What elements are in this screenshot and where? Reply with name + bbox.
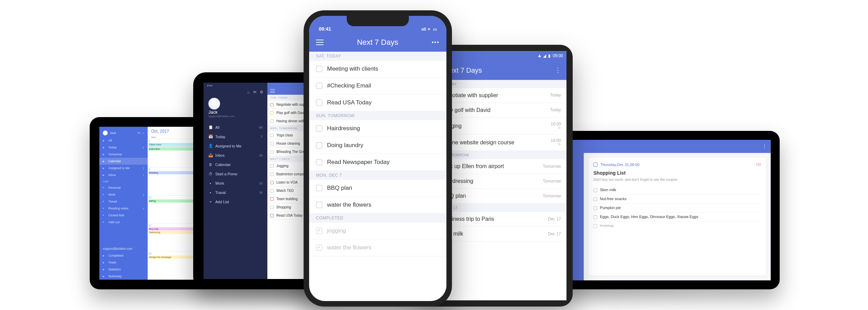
checkbox-icon[interactable]	[270, 197, 274, 201]
more-icon[interactable]: ⋮	[555, 66, 561, 74]
search-icon[interactable]: ⌕	[247, 90, 250, 94]
checkbox-icon[interactable]	[316, 83, 322, 89]
checkbox-icon[interactable]	[270, 134, 274, 137]
sidebar-item-work[interactable]: •Work1	[99, 191, 148, 198]
checkbox-icon[interactable]	[270, 173, 274, 176]
checkbox-icon[interactable]	[270, 150, 274, 154]
task-title: House cleaning	[276, 142, 300, 145]
hamburger-icon[interactable]	[316, 40, 324, 45]
checkbox-icon[interactable]	[316, 159, 322, 165]
iphone-header: Next 7 Days •••	[309, 33, 446, 52]
sidebar-item-completed[interactable]: ▸Completed	[99, 252, 148, 259]
sidebar-item-calendar[interactable]: 🗓Calendar	[204, 160, 267, 169]
task-row[interactable]: jogging	[309, 223, 446, 239]
task-row[interactable]: Read Newspaper Today	[309, 154, 446, 171]
calendar-icon[interactable]	[593, 163, 598, 167]
sidebar-item-label: Personal	[108, 186, 121, 189]
sidebar-item-summary[interactable]: ▸Summary	[99, 273, 148, 280]
sidebar-item-reading-notes[interactable]: •Reading notes1	[99, 205, 148, 212]
sidebar-item-add-list[interactable]: •Add List	[99, 219, 148, 226]
sidebar-item-label: Reading notes	[108, 207, 128, 210]
sidebar-user[interactable]: Jack ✉ ⌕	[99, 129, 148, 137]
checkbox-icon[interactable]	[270, 206, 274, 209]
sidebar-item-inbox[interactable]: ▸Inbox7	[99, 172, 148, 178]
checkbox-icon[interactable]	[270, 111, 274, 115]
sidebar-item-traval[interactable]: •Traval16	[204, 188, 267, 197]
task-row[interactable]: BBQ plan	[309, 180, 446, 197]
checkbox-icon[interactable]	[270, 214, 274, 217]
search-icon[interactable]: ⌕	[142, 131, 144, 135]
inbox-icon[interactable]: ✉	[138, 131, 140, 135]
checkbox-icon[interactable]	[316, 202, 322, 208]
checkbox-icon[interactable]	[270, 103, 274, 106]
item-count: 1	[143, 207, 144, 210]
checkbox-icon[interactable]	[593, 206, 597, 210]
sidebar-item-start-a-pomo[interactable]: ⏱Start a Pomo	[204, 169, 267, 178]
checkbox-icon[interactable]	[270, 120, 274, 123]
subtask-row[interactable]: Ketchup	[593, 221, 761, 230]
sidebar-item-traval[interactable]: •Traval	[99, 198, 148, 205]
list-icon: ▸	[103, 268, 106, 271]
sidebar-item-assigned-to-me[interactable]: ▸Assigned to Me2	[99, 165, 148, 172]
task-meta: Tomorrow	[543, 194, 561, 198]
sidebar-item-inbox[interactable]: 📥Inbox16	[204, 151, 267, 160]
checkbox-icon[interactable]	[316, 185, 322, 191]
task-description[interactable]: Don't buy too much, and don't forget to …	[593, 178, 761, 182]
checkbox-icon[interactable]	[593, 215, 597, 219]
checkbox-icon[interactable]	[270, 164, 274, 168]
hamburger-icon[interactable]	[270, 89, 275, 93]
subtask-row[interactable]: Pumpkin pie	[593, 203, 761, 212]
sidebar-item-assigned-to-me[interactable]: 👤Assigned to Me	[204, 141, 267, 151]
sidebar-item-all[interactable]: ▸All	[99, 137, 148, 144]
checkbox-icon[interactable]	[316, 100, 322, 106]
sidebar-item-today[interactable]: 📅Today7	[204, 132, 267, 141]
repeat-icon: ↻	[558, 143, 561, 146]
checkbox-icon[interactable]	[270, 189, 274, 193]
more-icon[interactable]: •••	[432, 39, 440, 45]
task-date[interactable]: Thursday,Dec 31,08:00	[600, 163, 640, 167]
subtask-row[interactable]: Skim milk	[593, 186, 761, 194]
sidebar-item-personal[interactable]: •Personal	[99, 184, 148, 191]
task-row[interactable]: water the flowers	[309, 239, 446, 256]
checkbox-icon[interactable]	[593, 188, 597, 192]
checkbox-icon[interactable]	[316, 228, 322, 234]
checkbox-icon[interactable]	[316, 245, 322, 251]
gear-icon[interactable]: ⚙	[260, 90, 263, 94]
sidebar-item-tomorrow[interactable]: ▸Tomorrow	[99, 151, 148, 158]
subtask-row[interactable]: Eggs, Duck Eggs, Hen Eggs, Dinosaur Eggs…	[593, 212, 761, 221]
inbox-icon[interactable]: ✉	[253, 90, 256, 94]
task-row[interactable]: Read USA Today	[309, 94, 446, 111]
more-icon[interactable]: ⋮	[762, 144, 767, 149]
task-title: water the flowers	[327, 244, 372, 251]
item-count: 16	[259, 154, 263, 157]
task-row[interactable]: water the flowers	[309, 197, 446, 214]
task-priority[interactable]: !!!	[756, 163, 761, 167]
checkbox-icon[interactable]	[270, 181, 274, 184]
ipad-user[interactable]: Jack support@ticktick.com	[204, 94, 267, 123]
task-row[interactable]: Hairdressing	[309, 120, 446, 137]
sidebar-item-add-list[interactable]: ＋Add List	[204, 197, 267, 206]
task-title: jogging	[327, 227, 346, 234]
checkbox-icon[interactable]	[316, 125, 322, 132]
task-meta: Dec 17	[548, 217, 561, 221]
sidebar-item-all[interactable]: 📋All66	[204, 123, 267, 132]
checkbox-icon[interactable]	[270, 142, 274, 145]
task-title[interactable]: Shopping List	[593, 170, 761, 176]
sidebar-item-statistics[interactable]: ▸Statistics	[99, 266, 148, 273]
sidebar-item-trash[interactable]: ▸Trash	[99, 259, 148, 266]
subtask-row[interactable]: Nut-free snacks	[593, 194, 761, 203]
task-meta: Dec 17	[548, 232, 561, 236]
sidebar-item-closed-lists[interactable]: •Closed lists	[99, 212, 148, 219]
checkbox-icon[interactable]	[316, 66, 322, 72]
checkbox-icon[interactable]	[593, 224, 597, 228]
sidebar-item-work[interactable]: •Work12	[204, 178, 267, 188]
task-row[interactable]: #Checking Email	[309, 78, 446, 94]
task-row[interactable]: Doing laundry	[309, 137, 446, 154]
checkbox-icon[interactable]	[593, 197, 597, 201]
list-icon: 📥	[208, 153, 213, 157]
task-row[interactable]: Meeting with clients	[309, 61, 446, 78]
sidebar-item-calendar[interactable]: ▸Calendar	[99, 158, 148, 165]
sidebar-item-today[interactable]: ▸Today2	[99, 144, 148, 151]
checkbox-icon[interactable]	[316, 142, 322, 148]
battery-icon: ▮	[548, 53, 551, 58]
